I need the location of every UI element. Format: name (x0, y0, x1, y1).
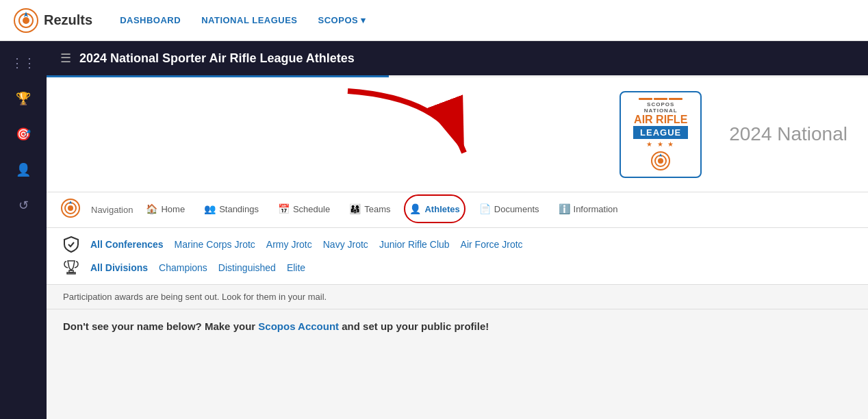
nav-tab-documents[interactable]: 📄 Documents (470, 194, 549, 225)
trophy-filter-icon (63, 259, 79, 276)
divisions-filter-row: All Divisions Champions Distinguished El… (63, 259, 852, 276)
filter-all-conferences[interactable]: All Conferences (90, 239, 164, 250)
filters-section: All Conferences Marine Corps Jrotc Army … (47, 228, 868, 285)
page-title: 2024 National Sporter Air Rifle League A… (79, 51, 355, 66)
sidebar-item-badge[interactable]: 🎯 (8, 119, 38, 149)
nav-logo-small (60, 198, 81, 221)
home-icon: 🏠 (146, 203, 157, 214)
filter-all-divisions[interactable]: All Divisions (90, 262, 148, 273)
filter-navy-jrotc[interactable]: Navy Jrotc (323, 239, 368, 250)
teams-icon: 👨‍👩‍👧 (349, 203, 361, 214)
notification-text: Participation awards are being sent out.… (63, 292, 327, 302)
filter-army-jrotc[interactable]: Army Jrotc (266, 239, 312, 250)
bottom-message-suffix: and set up your public profile! (339, 320, 489, 332)
sidebar-item-trophy[interactable]: 🏆 (8, 84, 38, 114)
grid-icon: ⋮⋮ (11, 55, 36, 71)
bottom-message: Don't see your name below? Make your Sco… (47, 309, 868, 343)
sidebar-item-dashboard[interactable]: ⋮⋮ (8, 48, 38, 78)
arrow-annotation (307, 84, 498, 176)
nav-tab-athletes[interactable]: 👤 Athletes (400, 194, 469, 225)
trophy-icon: 🏆 (16, 91, 31, 106)
filter-distinguished[interactable]: Distinguished (218, 262, 276, 273)
nav-label: Navigation (91, 205, 133, 215)
svg-rect-11 (67, 272, 75, 274)
nav-national-leagues[interactable]: NATIONAL LEAGUES (201, 15, 297, 25)
badge-air-rifle: AIR RIFLE (634, 114, 687, 126)
nav-tab-schedule[interactable]: 📅 Schedule (268, 194, 340, 225)
schedule-icon: 📅 (278, 203, 290, 214)
nav-tab-teams[interactable]: 👨‍👩‍👧 Teams (340, 194, 400, 225)
badge-circle-icon (650, 151, 671, 171)
history-icon: ↺ (18, 198, 29, 213)
nav-dashboard[interactable]: DASHBOARD (120, 15, 181, 25)
information-icon: ℹ️ (559, 203, 570, 214)
athletes-icon: 👤 (409, 203, 421, 214)
shield-filter-icon (63, 236, 79, 253)
svg-point-6 (658, 158, 663, 164)
conferences-filter-row: All Conferences Marine Corps Jrotc Army … (63, 236, 852, 253)
bottom-message-prefix: Don't see your name below? Make your (63, 320, 258, 332)
main-layout: ⋮⋮ 🏆 🎯 👤 ↺ ☰ 2024 National Sporter Air R… (0, 41, 868, 419)
content-body: SCOPOS NATIONAL AIR RIFLE LEAGUE ★ ★ ★ 2… (47, 77, 868, 419)
badge-scopos: SCOPOS (647, 101, 674, 107)
svg-point-2 (23, 17, 29, 24)
nav-tabs-section: Navigation 🏠 Home 👥 Standings 📅 Schedule… (47, 192, 868, 228)
nav-tab-information[interactable]: ℹ️ Information (549, 194, 628, 225)
page-header-bar: ☰ 2024 National Sporter Air Rifle League… (47, 41, 868, 75)
filter-junior-rifle-club[interactable]: Junior Rifle Club (379, 239, 450, 250)
top-navigation: Rezults DASHBOARD NATIONAL LEAGUES SCOPO… (0, 0, 868, 41)
dropdown-arrow-icon: ▾ (361, 15, 366, 25)
nav-tab-home[interactable]: 🏠 Home (136, 194, 194, 225)
top-nav-links: DASHBOARD NATIONAL LEAGUES SCOPOS ▾ (120, 15, 366, 25)
standings-icon: 👥 (204, 203, 216, 214)
badge-stars: ★ ★ ★ (646, 140, 676, 148)
content-area: ☰ 2024 National Sporter Air Rifle League… (47, 41, 868, 419)
filter-elite[interactable]: Elite (287, 262, 305, 273)
medal-icon: 🎯 (16, 127, 31, 142)
badge-national: NATIONAL (644, 107, 678, 114)
league-title: 2024 National (729, 123, 847, 145)
hamburger-menu[interactable]: ☰ (60, 51, 71, 66)
filter-marine-corps-jrotc[interactable]: Marine Corps Jrotc (175, 239, 255, 250)
logo-text: Rezults (44, 12, 92, 28)
sidebar-item-history[interactable]: ↺ (8, 190, 38, 220)
nav-scopos[interactable]: SCOPOS ▾ (318, 15, 366, 25)
sidebar-item-person[interactable]: 👤 (8, 155, 38, 185)
logo-icon (14, 8, 38, 33)
badge-decoration (639, 98, 682, 100)
svg-point-9 (68, 205, 73, 211)
badge-league: LEAGUE (633, 126, 688, 139)
documents-icon: 📄 (479, 203, 491, 214)
notification-bar: Participation awards are being sent out.… (47, 285, 868, 309)
person-icon: 👤 (16, 162, 31, 177)
scopos-account-link[interactable]: Scopos Account (258, 320, 339, 332)
league-header: SCOPOS NATIONAL AIR RIFLE LEAGUE ★ ★ ★ 2… (47, 77, 868, 192)
filter-champions[interactable]: Champions (159, 262, 207, 273)
nav-tab-standings[interactable]: 👥 Standings (194, 194, 268, 225)
league-badge: SCOPOS NATIONAL AIR RIFLE LEAGUE ★ ★ ★ (620, 91, 702, 178)
logo[interactable]: Rezults (14, 8, 92, 33)
filter-air-force-jrotc[interactable]: Air Force Jrotc (461, 239, 523, 250)
sidebar: ⋮⋮ 🏆 🎯 👤 ↺ (0, 41, 47, 419)
